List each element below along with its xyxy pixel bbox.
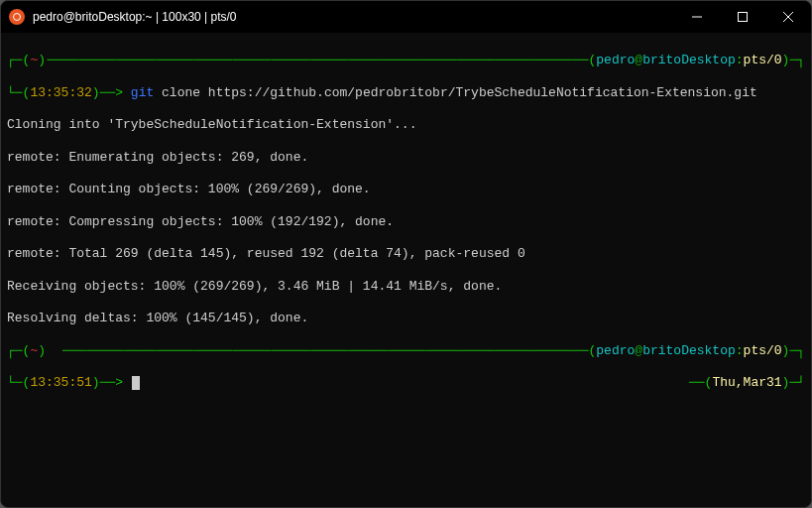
prompt-sep: : <box>736 53 744 67</box>
maximize-button[interactable] <box>720 1 765 33</box>
output-line: remote: Compressing objects: 100% (192/1… <box>7 214 805 230</box>
prompt-host: britoDesktop <box>642 343 736 358</box>
prompt-top-line-1: ┌─(~)───────────────────────────────────… <box>7 53 805 68</box>
prompt-at: @ <box>635 53 642 67</box>
output-line: remote: Enumerating objects: 269, done. <box>7 150 805 166</box>
deco-date-close: )─┘ <box>782 375 805 390</box>
prompt-tty: pts/0 <box>744 53 782 67</box>
window-controls <box>674 1 811 33</box>
window-title: pedro@britoDesktop:~ | 100x30 | pts/0 <box>33 10 237 24</box>
deco-corner-r: )─┐ <box>782 343 805 358</box>
output-line: remote: Counting objects: 100% (269/269)… <box>7 182 805 197</box>
minimize-button[interactable] <box>674 1 720 33</box>
deco-corner-bl: └─( <box>7 375 30 390</box>
cursor <box>132 376 140 390</box>
deco-corner: ┌─( <box>7 53 30 67</box>
prompt-top-line-2: ┌─(~)───────────────────────────────────… <box>7 343 805 359</box>
terminal-body[interactable]: ┌─(~)───────────────────────────────────… <box>1 33 811 507</box>
prompt-cmd-line-2: └─(13:35:51)──> ──(Thu,Mar31)─┘ <box>7 375 805 391</box>
prompt-sep: : <box>736 343 744 358</box>
prompt-time: 13:35:32 <box>30 85 91 100</box>
output-line: Cloning into 'TrybeScheduleNotification-… <box>7 117 805 133</box>
prompt-host: britoDesktop <box>642 53 736 67</box>
prompt-date: Thu,Mar31 <box>712 375 781 390</box>
cmd-git: git <box>131 85 154 100</box>
deco-close: ) <box>38 343 46 358</box>
deco-corner: ┌─( <box>7 343 30 358</box>
deco-corner-bl: └─( <box>7 85 30 100</box>
deco-arrow: )──> <box>92 85 131 100</box>
prompt-time: 13:35:51 <box>30 375 91 390</box>
deco-date-open: ──( <box>689 375 712 390</box>
deco-dash: ────────────────────────────────────────… <box>62 343 596 358</box>
close-icon <box>783 12 793 22</box>
cmd-args: clone https://github.com/pedrobritobr/Tr… <box>154 85 757 100</box>
output-line: remote: Total 269 (delta 145), reused 19… <box>7 246 805 262</box>
ubuntu-icon <box>9 9 25 25</box>
prompt-cmd-line-1: └─(13:35:32)──> git clone https://github… <box>7 85 805 101</box>
deco-corner-r: )─┐ <box>782 53 805 67</box>
output-line: Resolving deltas: 100% (145/145), done. <box>7 311 805 326</box>
titlebar[interactable]: pedro@britoDesktop:~ | 100x30 | pts/0 <box>1 1 811 33</box>
maximize-icon <box>738 12 748 22</box>
close-button[interactable] <box>765 1 811 33</box>
prompt-tty: pts/0 <box>744 343 782 358</box>
prompt-at: @ <box>635 343 642 358</box>
prompt-user: pedro <box>596 53 635 67</box>
prompt-user: pedro <box>596 343 635 358</box>
output-line: Receiving objects: 100% (269/269), 3.46 … <box>7 279 805 295</box>
minimize-icon <box>692 12 702 22</box>
deco-dash: ────────────────────────────────────────… <box>47 53 596 67</box>
svg-rect-1 <box>739 13 748 22</box>
deco-close: ) <box>38 53 46 67</box>
terminal-window: pedro@britoDesktop:~ | 100x30 | pts/0 ┌─… <box>0 0 812 508</box>
deco-arrow: )──> <box>92 375 131 390</box>
